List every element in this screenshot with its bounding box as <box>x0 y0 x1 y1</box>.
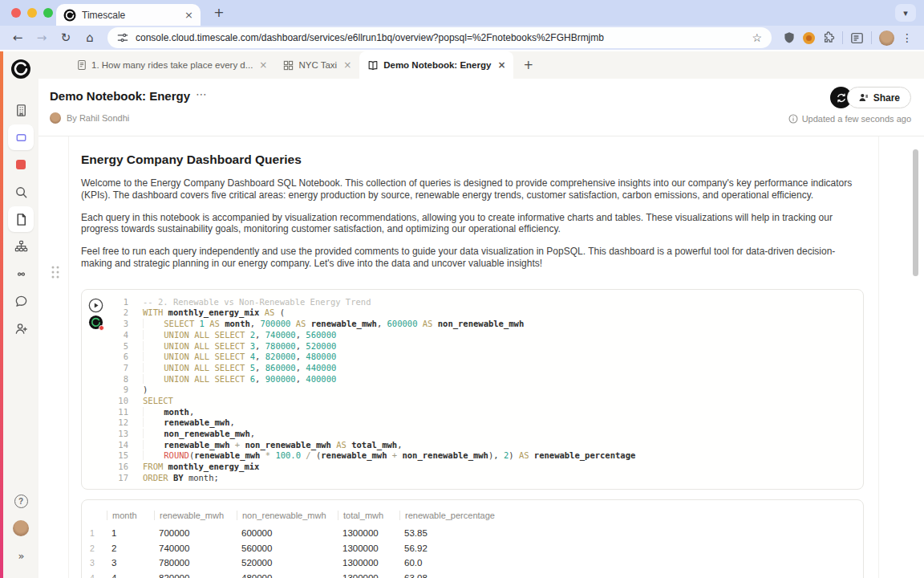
row-number: 2 <box>82 543 107 553</box>
sidebar-item-help[interactable]: ? <box>8 488 34 514</box>
back-button[interactable]: ← <box>8 28 27 47</box>
close-tab-icon[interactable]: × <box>184 9 193 21</box>
code-line[interactable]: 11 month, <box>82 407 863 418</box>
timescale-logo-icon[interactable] <box>10 59 31 79</box>
line-number: 11 <box>82 407 128 418</box>
maximize-window-button[interactable] <box>43 8 53 18</box>
code-line[interactable]: 6 UNION ALL SELECT 4, 820000, 480000 <box>82 352 863 363</box>
browser-menu-icon[interactable]: ⋮ <box>902 31 913 44</box>
notebook-icon <box>367 60 379 71</box>
address-bar[interactable]: console.cloud.timescale.com/dashboard/se… <box>107 27 772 48</box>
line-number: 16 <box>82 462 128 473</box>
line-number: 14 <box>82 440 128 451</box>
column-header[interactable]: month <box>107 511 154 520</box>
sidebar: ? » <box>3 51 38 578</box>
close-window-button[interactable] <box>11 8 21 18</box>
sidebar-item-services[interactable] <box>8 124 34 150</box>
extensions-puzzle-icon[interactable] <box>822 31 835 44</box>
code-line[interactable]: 4 UNION ALL SELECT 2, 740000, 560000 <box>82 330 863 341</box>
timescale-favicon <box>63 9 76 22</box>
notebook-more-icon[interactable]: ⋯ <box>196 88 208 100</box>
home-button[interactable]: ⌂ <box>80 28 99 47</box>
sidebar-item-recording[interactable] <box>8 152 34 177</box>
block-drag-handle-icon[interactable] <box>50 265 61 279</box>
share-user-icon <box>858 92 869 103</box>
table-row[interactable]: 44820000480000130000063.08 <box>82 570 863 578</box>
row-number: 4 <box>82 573 107 578</box>
close-icon[interactable]: × <box>497 59 505 71</box>
tab-nyc-taxi[interactable]: NYC Taxi × <box>275 51 359 79</box>
orange-extension-icon[interactable] <box>803 32 815 44</box>
reading-list-icon[interactable] <box>850 31 864 45</box>
table-cell: 560000 <box>237 543 338 553</box>
tab-demo-notebook-energy[interactable]: Demo Notebook: Energy × <box>359 51 513 79</box>
minimize-window-button[interactable] <box>27 8 37 18</box>
table-cell: 520000 <box>237 558 338 568</box>
table-row[interactable]: 22740000560000130000056.92 <box>82 540 863 556</box>
table-cell: 60.0 <box>399 558 863 568</box>
notebook-content: Energy Company Dashboard Queries Welcome… <box>38 136 924 578</box>
sidebar-item-search[interactable] <box>8 179 34 205</box>
tab-query-rides[interactable]: 1. How many rides take place every d... … <box>69 51 275 79</box>
tab-search-button[interactable]: ▾ <box>895 4 916 22</box>
code-line[interactable]: 10SELECT <box>82 396 863 407</box>
page-title: Demo Notebook: Energy <box>50 89 190 103</box>
column-header[interactable]: total_mwh <box>338 511 399 520</box>
code-line[interactable]: 5 UNION ALL SELECT 3, 780000, 520000 <box>82 341 863 352</box>
code-line[interactable]: 7 UNION ALL SELECT 5, 860000, 440000 <box>82 363 863 374</box>
browser-profile-avatar[interactable] <box>879 31 894 46</box>
code-line[interactable]: 13 non_renewable_mwh, <box>82 429 863 440</box>
line-number: 8 <box>82 374 128 385</box>
tab-label: Demo Notebook: Energy <box>383 60 491 70</box>
code-line[interactable]: 12 renewable_mwh, <box>82 417 863 429</box>
sidebar-item-chat[interactable] <box>8 288 34 314</box>
close-icon[interactable]: × <box>343 59 351 71</box>
column-header[interactable]: non_renewable_mwh <box>237 511 338 520</box>
sidebar-expand-button[interactable]: » <box>8 543 34 568</box>
sidebar-item-company[interactable] <box>8 97 34 123</box>
run-query-button[interactable] <box>88 298 103 313</box>
code-line[interactable]: 9) <box>82 385 863 396</box>
url-text[interactable]: console.cloud.timescale.com/dashboard/se… <box>136 32 744 43</box>
vertical-scrollbar[interactable] <box>913 149 918 276</box>
updated-status: Updated a few seconds ago <box>788 114 911 124</box>
sidebar-item-integrations[interactable] <box>8 261 34 287</box>
sidebar-user-avatar[interactable] <box>8 515 34 541</box>
new-workspace-tab-button[interactable]: + <box>513 51 543 79</box>
table-row[interactable]: 33780000520000130000060.0 <box>82 556 863 571</box>
shield-extension-icon[interactable] <box>783 31 796 44</box>
code-line[interactable]: 2WITH monthly_energy_mix AS ( <box>82 307 863 319</box>
sidebar-item-invite[interactable] <box>8 315 34 341</box>
line-number: 9 <box>82 385 128 396</box>
browser-tab[interactable]: Timescale × <box>56 4 201 26</box>
share-button[interactable]: Share <box>847 87 911 108</box>
document-paragraph: Feel free to run each query independentl… <box>81 246 862 270</box>
code-line[interactable]: 8 UNION ALL SELECT 6, 900000, 400000 <box>82 374 863 385</box>
reload-button[interactable]: ↻ <box>56 28 75 47</box>
code-line[interactable]: 1-- 2. Renewable vs Non-Renewable Energy… <box>82 297 863 308</box>
forward-button[interactable]: → <box>32 28 51 47</box>
window-controls[interactable] <box>11 8 53 18</box>
column-header[interactable]: renewable_mwh <box>154 511 237 520</box>
site-settings-icon[interactable] <box>117 32 128 43</box>
row-number: 3 <box>82 558 107 568</box>
table-row[interactable]: 11700000600000130000053.85 <box>82 526 863 541</box>
sync-icon <box>836 92 847 104</box>
code-line[interactable]: 16FROM monthly_energy_mix <box>82 462 863 473</box>
code-line[interactable]: 14 renewable_mwh + non_renewable_mwh AS … <box>82 440 863 451</box>
code-line[interactable]: 3 SELECT 1 AS month, 700000 AS renewable… <box>82 319 863 330</box>
query-results-table[interactable]: monthrenewable_mwhnon_renewable_mwhtotal… <box>81 499 864 578</box>
info-icon <box>788 114 798 124</box>
bookmark-star-icon[interactable]: ☆ <box>752 31 762 44</box>
close-icon[interactable]: × <box>259 59 267 71</box>
sidebar-item-schema[interactable] <box>8 234 34 259</box>
table-cell: 53.85 <box>399 528 863 538</box>
code-line[interactable]: 17ORDER BY month; <box>82 473 863 484</box>
column-header[interactable]: renewable_percentage <box>399 511 863 520</box>
code-line[interactable]: 15 ROUND(renewable_mwh * 100.0 / (renewa… <box>82 450 863 462</box>
sidebar-item-files[interactable] <box>8 206 34 232</box>
sql-code-block[interactable]: 1-- 2. Renewable vs Non-Renewable Energy… <box>81 289 864 490</box>
line-number: 12 <box>82 417 128 429</box>
new-browser-tab-button[interactable]: + <box>210 4 228 22</box>
search-icon <box>14 185 29 200</box>
